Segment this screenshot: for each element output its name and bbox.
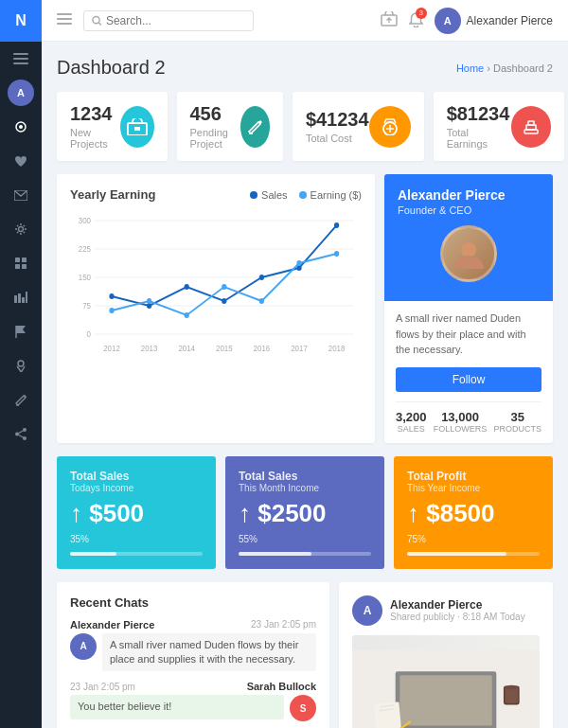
nav-user-avatar[interactable]: A	[8, 80, 34, 106]
legend-earning: Earning ($)	[299, 189, 362, 201]
post-card: A Alexander Pierce Shared publicly · 8:1…	[339, 582, 553, 729]
chat-sender-1: Sarah Bullock	[247, 681, 316, 692]
svg-text:75: 75	[82, 301, 91, 311]
follow-button[interactable]: Follow	[396, 367, 541, 392]
notifications-bell-icon[interactable]: 3	[409, 11, 423, 30]
breadcrumb-current: Dashboard 2	[493, 62, 553, 74]
svg-rect-11	[14, 295, 17, 303]
post-user-info: Alexander Pierce Shared publicly · 8:18 …	[390, 598, 525, 622]
stat-card-0: 1234 New Projects	[57, 92, 168, 161]
chat-item-0: Alexander Pierce 23 Jan 2:05 pm A A smal…	[70, 619, 316, 672]
progress-fill-2	[407, 552, 506, 556]
user-info[interactable]: A Alexander Pierce	[435, 8, 553, 34]
nav-location-icon[interactable]	[0, 348, 42, 382]
search-box[interactable]	[83, 10, 254, 31]
sales-card-2: Total Profit This Year Income ↑ $8500 75…	[394, 456, 553, 569]
svg-text:225: 225	[79, 244, 91, 255]
nav-mail-icon[interactable]	[0, 178, 42, 212]
nav-heart-icon[interactable]	[0, 144, 42, 178]
stat-info-2: $41234 Total Cost	[306, 109, 369, 144]
svg-text:150: 150	[79, 273, 91, 283]
svg-rect-9	[15, 264, 20, 269]
svg-point-74	[505, 684, 518, 689]
svg-rect-7	[15, 257, 20, 262]
svg-rect-24	[57, 18, 72, 20]
nav-flag-icon[interactable]	[0, 314, 42, 348]
stat-label-1: Pending Project	[190, 127, 241, 150]
chart-header: Yearly Earning Sales Earning ($)	[70, 187, 362, 202]
profile-stat-0: 3,200 SALES	[396, 410, 427, 434]
svg-rect-8	[22, 257, 27, 262]
post-meta: Shared publicly · 8:18 AM Today	[390, 612, 525, 622]
chat-time-1: 23 Jan 2:05 pm	[70, 682, 135, 692]
pstat-label-0: SALES	[396, 424, 427, 434]
svg-rect-35	[528, 121, 534, 125]
sales-title-1: Total Sales	[239, 470, 371, 483]
svg-text:2014: 2014	[178, 344, 195, 354]
stat-info-1: 456 Pending Project	[190, 103, 241, 150]
nav-grid-icon[interactable]	[0, 246, 42, 280]
search-input[interactable]	[106, 14, 245, 27]
svg-point-53	[109, 293, 114, 299]
sales-pct-2: 75%	[407, 534, 540, 544]
breadcrumb-home[interactable]: Home	[456, 62, 484, 74]
svg-point-16	[18, 361, 24, 366]
svg-point-65	[296, 260, 301, 266]
notification-badge: 3	[416, 8, 427, 19]
chart-legend: Sales Earning ($)	[250, 189, 362, 201]
svg-text:2015: 2015	[216, 344, 233, 354]
chat-bubble-1: You better believe it!	[70, 695, 284, 719]
chat-sender-0: Alexander Pierce	[70, 619, 154, 630]
chat-avatar-1: S	[290, 695, 316, 721]
topbar-menu-icon[interactable]	[57, 13, 72, 27]
svg-rect-10	[22, 264, 27, 269]
sales-amount-1: ↑ $2500	[239, 499, 371, 528]
svg-rect-73	[505, 687, 518, 703]
svg-point-66	[334, 251, 339, 257]
nav-chart-icon[interactable]	[0, 280, 42, 314]
svg-rect-25	[57, 23, 72, 25]
nav-home-icon[interactable]	[0, 110, 42, 144]
svg-text:2018: 2018	[328, 344, 346, 354]
svg-rect-2	[13, 62, 28, 64]
chart-card: Yearly Earning Sales Earning ($) 300 22	[57, 174, 375, 443]
profile-body: A small river named Duden flows by their…	[384, 301, 553, 443]
nav-share-icon[interactable]	[0, 417, 42, 451]
stat-label-3: Total Earnings	[447, 127, 511, 150]
post-user-name: Alexander Pierce	[390, 598, 525, 612]
notifications-upload-icon[interactable]	[381, 11, 398, 29]
user-avatar: A	[435, 8, 461, 34]
legend-sales: Sales	[250, 189, 288, 201]
left-navigation: N A	[0, 0, 42, 728]
recent-chats-card: Recent Chats Alexander Pierce 23 Jan 2:0…	[57, 582, 329, 729]
svg-point-63	[222, 284, 226, 290]
pstat-val-2: 35	[493, 410, 541, 424]
stat-value-2: $41234	[306, 109, 369, 131]
sales-pct-1: 55%	[239, 534, 371, 544]
stat-info-0: 1234 New Projects	[70, 103, 120, 150]
post-user-avatar: A	[352, 595, 382, 626]
sales-pct-0: 35%	[70, 534, 203, 544]
svg-text:300: 300	[79, 216, 91, 226]
pstat-label-1: FOLLOWERS	[434, 424, 488, 434]
profile-avatar-wrap	[398, 225, 540, 282]
svg-point-57	[259, 275, 264, 280]
nav-settings-icon[interactable]	[0, 212, 42, 246]
profile-stat-1: 13,000 FOLLOWERS	[434, 410, 488, 434]
chat-avatar-0: A	[70, 633, 97, 660]
svg-point-60	[109, 308, 114, 313]
svg-rect-70	[399, 675, 491, 725]
nav-edit-icon[interactable]	[0, 382, 42, 417]
svg-point-59	[334, 222, 339, 228]
profile-avatar	[440, 225, 497, 282]
recent-chats-title: Recent Chats	[70, 595, 316, 610]
bottom-row: Recent Chats Alexander Pierce 23 Jan 2:0…	[57, 582, 553, 729]
svg-text:2013: 2013	[141, 344, 158, 354]
svg-line-27	[98, 22, 101, 25]
stat-icon-1	[240, 106, 270, 148]
profile-role: Founder & CEO	[398, 204, 540, 216]
stat-card-3: $81234 Total Earnings	[434, 92, 565, 161]
profile-description: A small river named Duden flows by their…	[396, 311, 541, 358]
chat-time-0: 23 Jan 2:05 pm	[251, 619, 316, 630]
nav-menu-icon[interactable]	[0, 42, 42, 76]
